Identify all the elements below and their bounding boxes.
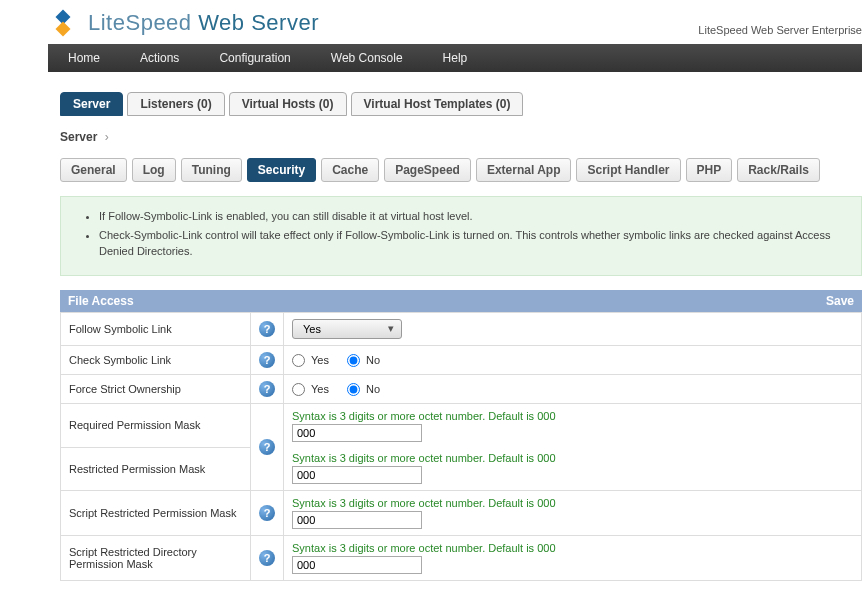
- breadcrumb: Server ›: [60, 130, 862, 144]
- tab-server[interactable]: Server: [60, 92, 123, 116]
- subtab-cache[interactable]: Cache: [321, 158, 379, 182]
- script-res-perm-input[interactable]: [292, 511, 422, 529]
- subtab-tuning[interactable]: Tuning: [181, 158, 242, 182]
- sub-tabs: General Log Tuning Security Cache PageSp…: [60, 158, 862, 182]
- help-icon[interactable]: ?: [259, 505, 275, 521]
- label-script-res-perm: Script Restricted Permission Mask: [61, 491, 251, 536]
- label-res-perm: Restricted Permission Mask: [61, 447, 251, 491]
- main-navbar: Home Actions Configuration Web Console H…: [48, 44, 862, 72]
- hint-req-perm: Syntax is 3 digits or more octet number.…: [292, 410, 853, 422]
- notice-box: If Follow-Symbolic-Link is enabled, you …: [60, 196, 862, 276]
- hint-script-res-perm: Syntax is 3 digits or more octet number.…: [292, 497, 853, 509]
- section-header: File Access Save: [60, 290, 862, 312]
- row-script-res-perm: Script Restricted Permission Mask ? Synt…: [61, 491, 862, 536]
- breadcrumb-sep: ›: [105, 130, 109, 144]
- nav-configuration[interactable]: Configuration: [219, 51, 290, 65]
- subtab-general[interactable]: General: [60, 158, 127, 182]
- subtab-scripthandler[interactable]: Script Handler: [576, 158, 680, 182]
- label-script-res-dir-perm: Script Restricted Directory Permission M…: [61, 536, 251, 581]
- tab-virtual-hosts[interactable]: Virtual Hosts (0): [229, 92, 347, 116]
- subtab-pagespeed[interactable]: PageSpeed: [384, 158, 471, 182]
- logo-area: LiteSpeed Web Server: [48, 8, 319, 38]
- subtab-php[interactable]: PHP: [686, 158, 733, 182]
- subtab-externalapp[interactable]: External App: [476, 158, 572, 182]
- follow-symlink-select[interactable]: Yes: [292, 319, 402, 339]
- header: LiteSpeed Web Server LiteSpeed Web Serve…: [48, 0, 862, 44]
- litespeed-logo-icon: [48, 8, 78, 38]
- logo-text: LiteSpeed Web Server: [88, 10, 319, 36]
- label-force-strict: Force Strict Ownership: [61, 375, 251, 404]
- nav-actions[interactable]: Actions: [140, 51, 179, 65]
- force-strict-yes[interactable]: Yes: [292, 383, 329, 396]
- row-script-res-dir-perm: Script Restricted Directory Permission M…: [61, 536, 862, 581]
- tab-listeners[interactable]: Listeners (0): [127, 92, 224, 116]
- row-follow-symlink: Follow Symbolic Link ? Yes: [61, 313, 862, 346]
- file-access-table: Follow Symbolic Link ? Yes Check Symboli…: [60, 312, 862, 581]
- label-req-perm: Required Permission Mask: [61, 404, 251, 448]
- subtab-log[interactable]: Log: [132, 158, 176, 182]
- help-icon[interactable]: ?: [259, 381, 275, 397]
- check-symlink-no[interactable]: No: [347, 354, 380, 367]
- res-perm-input[interactable]: [292, 466, 422, 484]
- tab-virtual-host-templates[interactable]: Virtual Host Templates (0): [351, 92, 524, 116]
- edition-label: LiteSpeed Web Server Enterprise: [698, 24, 862, 38]
- label-follow-symlink: Follow Symbolic Link: [61, 313, 251, 346]
- section-title: File Access: [68, 294, 134, 308]
- script-res-dir-perm-input[interactable]: [292, 556, 422, 574]
- row-req-perm: Required Permission Mask ? Syntax is 3 d…: [61, 404, 862, 448]
- breadcrumb-server[interactable]: Server: [60, 130, 97, 144]
- save-button[interactable]: Save: [826, 294, 854, 308]
- check-symlink-yes[interactable]: Yes: [292, 354, 329, 367]
- logo-light: LiteSpeed: [88, 10, 192, 35]
- req-perm-input[interactable]: [292, 424, 422, 442]
- logo-bold: Web Server: [198, 10, 319, 35]
- hint-res-perm: Syntax is 3 digits or more octet number.…: [292, 452, 853, 464]
- label-check-symlink: Check Symbolic Link: [61, 346, 251, 375]
- help-icon[interactable]: ?: [259, 439, 275, 455]
- nav-help[interactable]: Help: [443, 51, 468, 65]
- hint-script-res-dir-perm: Syntax is 3 digits or more octet number.…: [292, 542, 853, 554]
- help-icon[interactable]: ?: [259, 321, 275, 337]
- notice-line-2: Check-Symbolic-Link control will take ef…: [99, 228, 841, 259]
- subtab-rackrails[interactable]: Rack/Rails: [737, 158, 820, 182]
- nav-home[interactable]: Home: [68, 51, 100, 65]
- notice-line-1: If Follow-Symbolic-Link is enabled, you …: [99, 209, 841, 224]
- help-icon[interactable]: ?: [259, 550, 275, 566]
- row-check-symlink: Check Symbolic Link ? Yes No: [61, 346, 862, 375]
- row-force-strict: Force Strict Ownership ? Yes No: [61, 375, 862, 404]
- subtab-security[interactable]: Security: [247, 158, 316, 182]
- help-icon[interactable]: ?: [259, 352, 275, 368]
- svg-marker-1: [56, 22, 71, 37]
- force-strict-no[interactable]: No: [347, 383, 380, 396]
- nav-webconsole[interactable]: Web Console: [331, 51, 403, 65]
- top-tabs: Server Listeners (0) Virtual Hosts (0) V…: [60, 92, 862, 116]
